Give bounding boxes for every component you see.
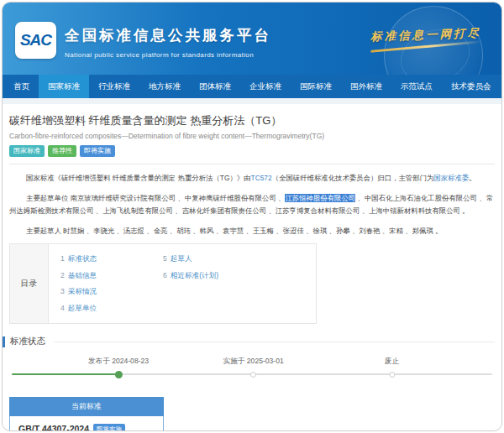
drafting-units-paragraph: 主要起草单位 南京玻璃纤维研究设计院有限公司 、中复神鹰碳纤维股份有限公司 、江…: [9, 192, 495, 217]
toc-columns: 1标准状态 2基础信息 3采标情况 4起草单位 5起草人 6相近标准(计划): [49, 244, 316, 323]
site-header: SAC 全国标准信息公共服务平台 National public service…: [3, 3, 501, 75]
toc-box: 目录 1标准状态 2基础信息 3采标情况 4起草单位 5起草人 6相近标准(计划…: [9, 243, 317, 324]
badge-national-standard: 国家标准: [9, 145, 45, 157]
timeline-stop-implemented: 实施于 2025-03-01: [223, 350, 284, 378]
summary-text-prefix: 国家标准《碳纤维增强塑料 纤维质量含量的测定 热重分析法（TG）》由: [26, 174, 251, 182]
drafting-units-text: 主要起草单位 南京玻璃纤维研究设计院有限公司 、中复神鹰碳纤维股份有限公司 、: [26, 194, 285, 202]
toc-num: 4: [60, 304, 65, 312]
toc-item-adoption: 3采标情况: [60, 284, 163, 300]
nav-item-local-standards[interactable]: 地方标准: [139, 75, 190, 98]
timeline-dot-implemented: [250, 372, 256, 378]
main-content: 碳纤维增强塑料 纤维质量含量的测定 热重分析法（TG） Carbon-fibre…: [3, 113, 501, 431]
timeline-stop-published: 发布于 2024-08-23: [88, 350, 149, 378]
toc-link-basic-info[interactable]: 基础信息: [68, 271, 97, 279]
page-window: SAC 全国标准信息公共服务平台 National public service…: [2, 2, 502, 431]
site-title-block: 全国标准信息公共服务平台 National public service pla…: [65, 25, 271, 59]
slogan: 标准信息一网打尽: [370, 28, 481, 48]
card-header: 当前标准: [9, 397, 164, 416]
site-subtitle: National public service platform for sta…: [65, 51, 271, 59]
toc-num: 2: [60, 271, 65, 279]
timeline-dot-published: [115, 371, 123, 378]
toc-link-drafters[interactable]: 起草人: [171, 254, 192, 263]
standard-code: GB/T 44307-2024: [18, 424, 89, 431]
badge-recommended: 推荐性: [48, 145, 76, 157]
standard-title-cn: 碳纤维增强塑料 纤维质量含量的测定 热重分析法（TG）: [9, 113, 495, 128]
main-nav: 首页 国家标准 行业标准 地方标准 团体标准 企业标准 国际标准 国外标准 示范…: [3, 75, 501, 98]
sac-committee-link[interactable]: 国家标准委: [433, 174, 469, 182]
timeline-dot-abolished: [389, 372, 395, 378]
nav-item-national-standards[interactable]: 国家标准: [39, 75, 89, 98]
toc-label: 目录: [10, 244, 49, 323]
toc-num: 6: [163, 271, 167, 279]
nav-item-foreign-standards[interactable]: 国外标准: [341, 75, 391, 98]
card-code-row: GB/T 44307-2024 即将实施: [18, 424, 155, 431]
status-timeline: 发布于 2024-08-23 实施于 2025-03-01 废止: [9, 350, 495, 383]
toc-item-basic-info: 2基础信息: [60, 268, 163, 284]
divider: [9, 164, 495, 164]
toc-num: 3: [60, 287, 65, 295]
toc-link-similar-standards[interactable]: 相近标准(计划): [171, 271, 218, 279]
current-standard-card[interactable]: 当前标准 GB/T 44307-2024 即将实施 碳纤维增强塑料 纤维质量含量…: [9, 397, 164, 431]
status-section-header: 标准状态: [9, 336, 495, 347]
nav-item-industry-standards[interactable]: 行业标准: [89, 75, 139, 98]
timeline-label-abolished: 废止: [385, 357, 399, 367]
toc-link-drafting-units[interactable]: 起草单位: [68, 304, 97, 312]
toc-item-status: 1标准状态: [60, 251, 163, 268]
toc-link-adoption[interactable]: 采标情况: [68, 287, 97, 295]
sac-logo-text: SAC: [20, 31, 51, 50]
timeline-label-published: 发布于 2024-08-23: [88, 357, 149, 367]
timeline-label-implemented: 实施于 2025-03-01: [223, 357, 284, 367]
sac-logo[interactable]: SAC: [15, 22, 56, 59]
section-accent-bar: [3, 336, 5, 347]
section-header-line: [54, 342, 495, 342]
toc-num: 1: [60, 254, 65, 263]
toc-item-drafting-units: 4起草单位: [60, 300, 163, 317]
nav-item-group-standards[interactable]: 团体标准: [190, 75, 240, 98]
toc-column-1: 1标准状态 2基础信息 3采标情况 4起草单位: [60, 251, 163, 316]
status-section-title: 标准状态: [10, 336, 45, 347]
tc572-link[interactable]: TC572: [251, 174, 272, 182]
nav-item-pilot-demos[interactable]: 示范试点: [391, 75, 442, 98]
nav-item-enterprise-standards[interactable]: 企业标准: [240, 75, 291, 98]
drafters-paragraph: 主要起草人 时慧娴 、李骁光 、汤志煜 、金亮 、胡玮 、韩风 、袁宇慧 、王玉…: [9, 225, 495, 237]
site-title: 全国标准信息公共服务平台: [65, 25, 271, 45]
badge-upcoming: 即将实施: [80, 145, 115, 157]
toc-num: 5: [163, 254, 167, 263]
nav-item-home[interactable]: 首页: [4, 75, 39, 98]
toc-column-2: 5起草人 6相近标准(计划): [163, 251, 218, 316]
selected-company-text: 江苏恒神股份有限公司: [285, 194, 355, 202]
card-badge-upcoming: 即将实施: [93, 424, 125, 431]
standard-summary-paragraph: 国家标准《碳纤维增强塑料 纤维质量含量的测定 热重分析法（TG）》由TC572（…: [9, 172, 495, 185]
card-body: GB/T 44307-2024 即将实施 碳纤维增强塑料 纤维质量含量的测定 热…: [9, 416, 164, 431]
nav-item-technical-committees[interactable]: 技术委员会: [442, 75, 501, 98]
toc-link-status[interactable]: 标准状态: [68, 254, 97, 263]
nav-item-international-standards[interactable]: 国际标准: [291, 75, 341, 98]
badge-row: 国家标准 推荐性 即将实施: [9, 145, 495, 157]
summary-text-mid: （全国碳纤维标准化技术委员会）归口，主管部门为: [272, 174, 434, 182]
standard-title-en: Carbon-fibre-reinforced composites—Deter…: [9, 132, 495, 140]
toc-item-similar-standards: 6相近标准(计划): [163, 268, 218, 284]
nav-bottom-strip: [3, 98, 501, 104]
toc-item-drafters: 5起草人: [163, 251, 218, 268]
timeline-stop-abolished: 废止: [385, 350, 399, 378]
summary-text-suffix: 。: [469, 174, 475, 182]
